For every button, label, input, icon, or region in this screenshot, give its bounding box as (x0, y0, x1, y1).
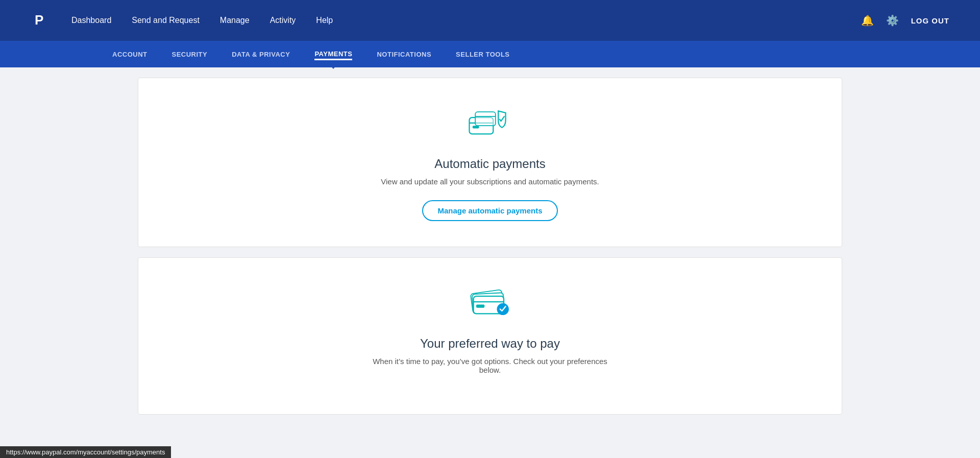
notification-bell-icon[interactable]: 🔔 (861, 14, 874, 27)
preferred-payment-card: Your preferred way to pay When it’s time… (138, 257, 842, 415)
logout-button[interactable]: LOG OUT (911, 16, 949, 25)
preferred-payment-description: When it’s time to pay, you’ve got option… (362, 357, 618, 374)
automatic-payments-icon (467, 104, 513, 144)
paypal-logo: P (31, 10, 51, 31)
automatic-payments-title: Automatic payments (434, 157, 545, 171)
subnav-data-privacy[interactable]: DATA & PRIVACY (232, 49, 290, 60)
nav-links: Dashboard Send and Request Manage Activi… (71, 16, 861, 25)
status-bar: https://www.paypal.com/myaccount/setting… (0, 446, 171, 458)
settings-gear-icon[interactable]: ⚙️ (886, 14, 899, 27)
top-nav: P Dashboard Send and Request Manage Acti… (0, 0, 980, 41)
nav-activity[interactable]: Activity (270, 16, 296, 25)
automatic-payments-card: Automatic payments View and update all y… (138, 78, 842, 247)
nav-send-and-request[interactable]: Send and Request (132, 16, 200, 25)
preferred-payment-title: Your preferred way to pay (420, 336, 560, 351)
subnav-security[interactable]: SECURITY (172, 49, 208, 60)
manage-automatic-payments-button[interactable]: Manage automatic payments (422, 200, 557, 221)
nav-right: 🔔 ⚙️ LOG OUT (861, 14, 949, 27)
status-url: https://www.paypal.com/myaccount/setting… (6, 448, 165, 456)
svg-text:P: P (35, 12, 43, 28)
main-content: Automatic payments View and update all y… (0, 67, 980, 415)
svg-rect-5 (475, 112, 496, 126)
nav-manage[interactable]: Manage (220, 16, 250, 25)
preferred-payment-icon (467, 283, 513, 324)
subnav-account[interactable]: ACCOUNT (112, 49, 148, 60)
nav-help[interactable]: Help (316, 16, 333, 25)
subnav-payments[interactable]: PAYMENTS (314, 48, 352, 60)
nav-dashboard[interactable]: Dashboard (71, 16, 111, 25)
svg-rect-11 (476, 304, 484, 307)
automatic-payments-description: View and update all your subscriptions a… (381, 177, 599, 186)
sub-nav: ACCOUNT SECURITY DATA & PRIVACY PAYMENTS… (0, 41, 980, 67)
subnav-seller-tools[interactable]: SELLER TOOLS (456, 49, 509, 60)
subnav-notifications[interactable]: NOTIFICATIONS (377, 49, 431, 60)
